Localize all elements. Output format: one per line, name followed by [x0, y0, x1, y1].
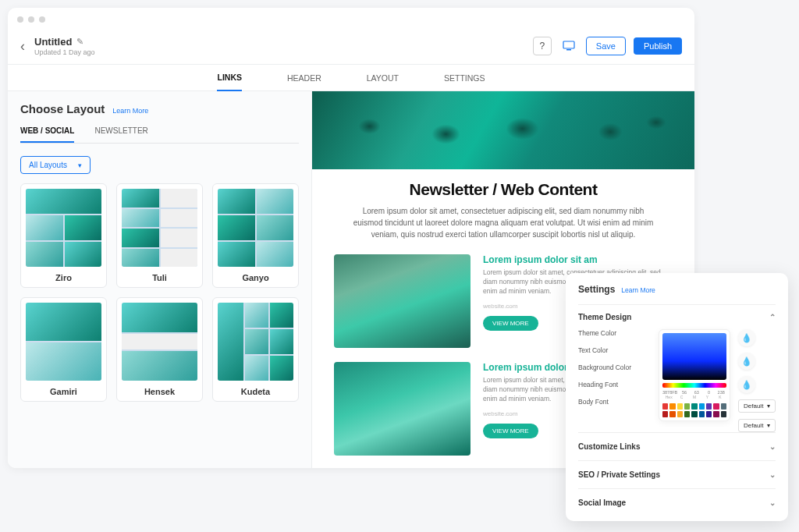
tab-settings[interactable]: SETTINGS [444, 66, 485, 90]
section-label: SEO / Private Settings [578, 470, 660, 479]
view-more-button[interactable]: VIEW MORE [483, 424, 538, 438]
layout-subtabs: WEB / SOCIAL NEWSLETTER [20, 126, 299, 144]
color-gradient[interactable] [662, 333, 726, 380]
sidebar-heading: Choose Layout Learn More [20, 102, 299, 115]
layout-name: Tuli [122, 273, 197, 282]
settings-title-text: Settings [578, 284, 615, 295]
edit-title-icon[interactable]: ✎ [76, 37, 83, 47]
topbar-actions: ? Save Publish [533, 37, 682, 55]
layout-card-kudeta[interactable]: Kudeta [212, 297, 299, 402]
color-mode-icons: 💧 💧 💧 Default▾ Default▾ [738, 329, 776, 432]
preset-swatch[interactable] [713, 403, 719, 410]
preset-swatch[interactable] [713, 411, 719, 417]
chevron-down-icon: ⌄ [769, 498, 776, 507]
preset-swatch[interactable] [721, 403, 726, 410]
section-label: Customize Links [578, 442, 640, 451]
svg-rect-0 [563, 41, 574, 48]
layout-card-ganyo[interactable]: Ganyo [212, 183, 299, 288]
article-image [334, 362, 471, 456]
settings-learn-more-link[interactable]: Learn More [621, 286, 655, 294]
tab-links[interactable]: LINKS [217, 65, 242, 91]
tab-layout[interactable]: LAYOUT [367, 66, 399, 90]
filter-label: All Layouts [29, 161, 67, 169]
article-title: Lorem ipsum dolor sit am [483, 254, 673, 265]
subtab-web-social[interactable]: WEB / SOCIAL [20, 126, 74, 143]
droplet-fill-icon[interactable]: 💧 [738, 329, 755, 346]
preset-swatch[interactable] [662, 403, 668, 410]
preset-swatch[interactable] [721, 411, 726, 417]
traffic-light-max[interactable] [39, 16, 45, 23]
preset-swatch[interactable] [677, 411, 683, 417]
color-presets[interactable] [662, 403, 726, 417]
title-area: Untitled ✎ Updated 1 Day ago [34, 36, 524, 56]
layout-filter-dropdown[interactable]: All Layouts ▾ [20, 156, 91, 174]
settings-title: Settings Learn More [578, 284, 776, 295]
chevron-up-icon: ⌃ [769, 313, 776, 321]
prop-heading-font[interactable]: Heading Font [578, 381, 651, 388]
layout-name: Hensek [122, 387, 197, 396]
layout-name: Kudeta [218, 387, 293, 396]
last-updated: Updated 1 Day ago [34, 48, 524, 56]
preview-description: Lorem ipsum dolor sit amet, consectetuer… [347, 205, 659, 240]
preset-swatch[interactable] [699, 403, 705, 410]
svg-rect-1 [566, 49, 571, 51]
prop-text-color[interactable]: Text Color [578, 346, 651, 354]
preview-heading: Newsletter / Web Content [334, 180, 673, 199]
preset-swatch[interactable] [677, 403, 683, 410]
layout-name: Ganyo [218, 273, 293, 282]
tab-header[interactable]: HEADER [287, 66, 321, 90]
theme-properties: Theme Color Text Color Background Color … [578, 329, 651, 406]
help-button[interactable]: ? [533, 37, 552, 55]
preview-desktop-icon[interactable] [559, 37, 578, 55]
prop-bg-color[interactable]: Background Color [578, 364, 651, 371]
choose-layout-label: Choose Layout [20, 102, 105, 115]
color-picker[interactable]: 3878FB 56 63 0 238 Hex C M Y K [659, 329, 730, 421]
preset-swatch[interactable] [706, 403, 712, 410]
section-social-image[interactable]: Social Image⌄ [578, 488, 776, 518]
chevron-down-icon: ▾ [767, 422, 770, 429]
hero-image [312, 91, 694, 169]
prop-theme-color[interactable]: Theme Color [578, 329, 651, 337]
heading-font-select[interactable]: Default▾ [738, 399, 776, 413]
layout-card-ziro[interactable]: Ziro [20, 183, 107, 288]
back-button[interactable]: ‹ [20, 38, 25, 55]
layout-sidebar: Choose Layout Learn More WEB / SOCIAL NE… [8, 91, 312, 468]
preset-swatch[interactable] [691, 411, 697, 417]
layout-name: Gamiri [26, 387, 101, 396]
preset-swatch[interactable] [699, 411, 705, 417]
body-font-select[interactable]: Default▾ [738, 419, 776, 432]
traffic-light-min[interactable] [28, 16, 34, 23]
publish-button[interactable]: Publish [634, 37, 682, 55]
chevron-down-icon: ⌄ [769, 470, 776, 479]
preset-swatch[interactable] [669, 411, 675, 417]
layout-card-gamiri[interactable]: Gamiri [20, 297, 107, 402]
preset-swatch[interactable] [684, 411, 690, 417]
layout-card-hensek[interactable]: Hensek [116, 297, 203, 402]
droplet-outline-icon[interactable]: 💧 [738, 353, 755, 370]
learn-more-link[interactable]: Learn More [112, 107, 148, 115]
chevron-down-icon: ▾ [78, 161, 82, 169]
page-title: Untitled [34, 36, 72, 48]
traffic-light-close[interactable] [17, 16, 23, 23]
chevron-down-icon: ▾ [767, 403, 770, 410]
preset-swatch[interactable] [662, 411, 668, 417]
droplet-disabled-icon[interactable]: 💧 [738, 376, 755, 393]
topbar: ‹ Untitled ✎ Updated 1 Day ago ? Save Pu… [8, 31, 694, 65]
layout-card-tuli[interactable]: Tuli [116, 183, 203, 288]
section-head-theme[interactable]: Theme Design ⌃ [578, 313, 776, 321]
save-button[interactable]: Save [586, 37, 626, 55]
layout-name: Ziro [26, 273, 101, 282]
layout-grid: Ziro Tuli Ganyo Gamiri Hensek [20, 183, 299, 402]
preset-swatch[interactable] [691, 403, 697, 410]
preset-swatch[interactable] [684, 403, 690, 410]
window-titlebar [8, 8, 694, 31]
preset-swatch[interactable] [706, 411, 712, 417]
settings-panel: Settings Learn More Theme Design ⌃ Theme… [566, 273, 788, 521]
section-seo[interactable]: SEO / Private Settings⌄ [578, 460, 776, 488]
prop-body-font[interactable]: Body Font [578, 398, 651, 406]
preset-swatch[interactable] [669, 403, 675, 410]
section-customize-links[interactable]: Customize Links⌄ [578, 432, 776, 460]
view-more-button[interactable]: VIEW MORE [483, 316, 538, 331]
subtab-newsletter[interactable]: NEWSLETTER [94, 126, 147, 143]
hue-slider[interactable] [662, 383, 726, 388]
